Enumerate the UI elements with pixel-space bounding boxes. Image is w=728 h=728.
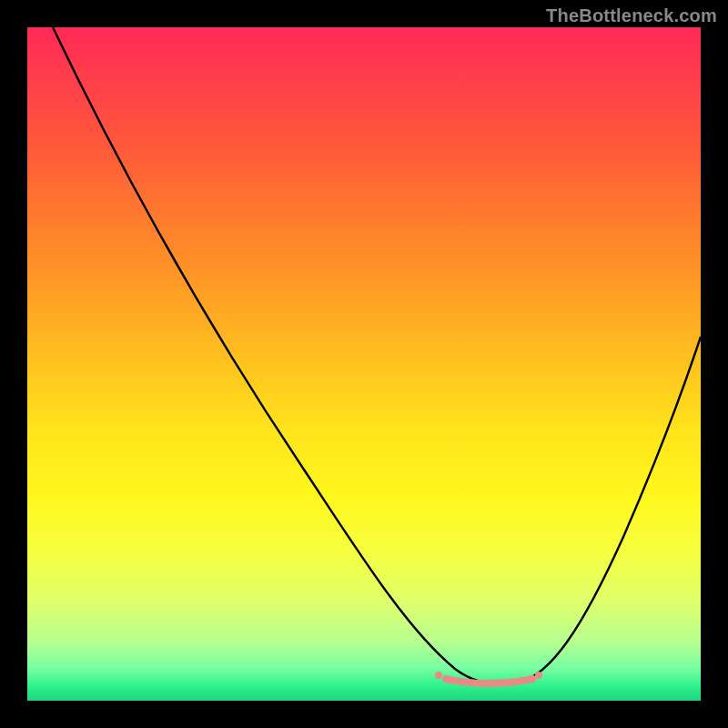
- chart-frame: TheBottleneck.com: [0, 0, 728, 728]
- plot-area: [27, 27, 701, 701]
- sweet-spot-start-dot: [435, 672, 442, 679]
- bottleneck-curve-path: [53, 27, 701, 683]
- sweet-spot-end-dot: [535, 672, 542, 679]
- watermark-text: TheBottleneck.com: [546, 5, 717, 26]
- sweet-spot-midline: [446, 679, 532, 683]
- curve-layer: [27, 27, 701, 701]
- sweet-spot-band: [435, 672, 542, 683]
